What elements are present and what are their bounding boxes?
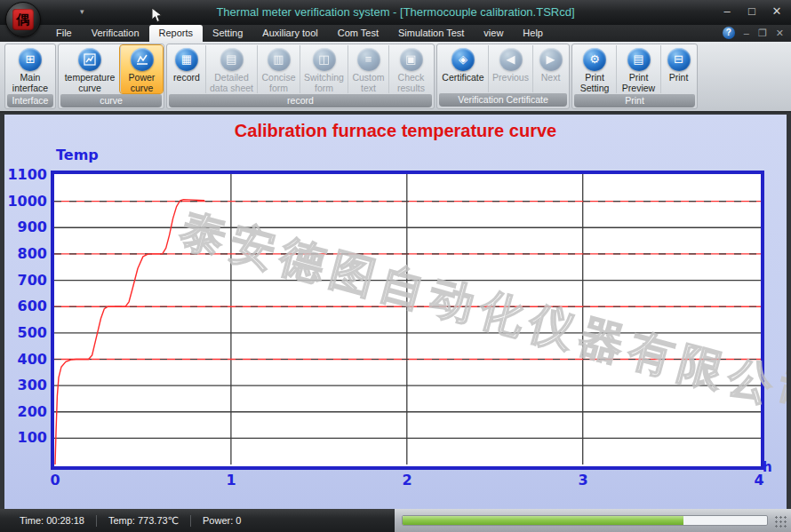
status-bar: Time: 00:28:18 Temp: 773.73℃ Power: 0 xyxy=(0,509,791,532)
check-results-icon: ▣ xyxy=(400,48,423,71)
mdi-restore-button[interactable]: ❐ xyxy=(758,27,767,39)
printer-icon: ⊟ xyxy=(667,48,691,71)
tab-com-test[interactable]: Com Test xyxy=(328,25,388,42)
tab-reports[interactable]: Reports xyxy=(149,25,204,42)
custom-text-icon: ≡ xyxy=(357,48,380,71)
power-curve-button[interactable]: Power curve xyxy=(120,45,163,93)
group-caption-verification-certificate: Verification Certificate xyxy=(439,93,567,107)
temperature-curve-icon xyxy=(78,48,101,71)
status-time: Time: 00:28:18 xyxy=(20,515,84,526)
print-preview-button[interactable]: ▤ Print Preview xyxy=(616,45,660,93)
next-icon: ▶ xyxy=(539,48,563,71)
y-tick-1000: 1000 xyxy=(4,193,47,210)
tab-verification[interactable]: Verification xyxy=(82,25,149,42)
y-tick-600: 600 xyxy=(4,298,47,315)
group-caption-print: Print xyxy=(574,94,695,107)
resize-grip-icon[interactable] xyxy=(775,516,787,528)
titlebar: 偶 ▾ Thermal meter verification system - … xyxy=(0,0,791,25)
y-tick-700: 700 xyxy=(4,272,47,290)
tab-view[interactable]: view xyxy=(474,25,513,42)
previous-icon: ◀ xyxy=(499,48,523,71)
check-results-button[interactable]: ▣ Check results xyxy=(388,45,433,93)
tab-file[interactable]: File xyxy=(46,25,82,42)
detailed-data-sheet-button[interactable]: ▤ Detailed data sheet xyxy=(205,45,257,93)
print-button[interactable]: ⊟ Print xyxy=(660,45,696,93)
temperature-plot xyxy=(4,115,787,509)
status-progress-panel xyxy=(395,509,791,532)
calendar-icon: ▦ xyxy=(175,48,198,71)
next-button[interactable]: ▶ Next xyxy=(532,45,568,92)
close-button[interactable]: ✕ xyxy=(770,4,784,18)
ribbon-group-interface: ⊞ Main interface Interface xyxy=(4,44,56,109)
plot-background xyxy=(54,174,761,466)
y-tick-500: 500 xyxy=(4,324,47,342)
gear-icon: ⚙ xyxy=(583,48,606,71)
status-fields: Time: 00:28:18 Temp: 773.73℃ Power: 0 xyxy=(0,509,395,532)
group-caption-curve: curve xyxy=(60,94,162,107)
y-tick-200: 200 xyxy=(4,403,47,421)
status-power: Power: 0 xyxy=(203,515,241,526)
previous-button[interactable]: ◀ Previous xyxy=(488,45,532,92)
main-interface-button[interactable]: ⊞ Main interface xyxy=(6,45,54,93)
x-tick-4: 4 xyxy=(739,472,779,488)
mdi-minimize-button[interactable]: – xyxy=(744,27,749,39)
mdi-close-button[interactable]: ✕ xyxy=(776,27,784,39)
y-tick-1100: 1100 xyxy=(4,166,47,184)
y-tick-400: 400 xyxy=(4,351,47,369)
chart-title: Calibration furnace temperature curve xyxy=(4,121,787,141)
y-axis-title: Temp xyxy=(56,147,99,163)
concise-form-icon: ▥ xyxy=(268,48,291,71)
tab-auxiliary-tool[interactable]: Auxiliary tool xyxy=(252,25,327,42)
progress-bar xyxy=(402,515,768,526)
app-logo-icon[interactable]: 偶 xyxy=(5,2,41,37)
x-tick-3: 3 xyxy=(563,472,603,488)
certificate-button[interactable]: ◈ Certificate xyxy=(438,45,488,92)
custom-text-button[interactable]: ≡ Custom text xyxy=(348,45,388,93)
y-tick-300: 300 xyxy=(4,377,47,394)
data-sheet-icon: ▤ xyxy=(220,48,244,71)
y-tick-800: 800 xyxy=(4,245,47,263)
print-setting-button[interactable]: ⚙ Print Setting xyxy=(573,45,616,93)
switching-form-button[interactable]: ◫ Switching form xyxy=(300,45,348,93)
status-temp: Temp: 773.73℃ xyxy=(108,515,179,527)
status-separator xyxy=(96,515,97,527)
windows-icon: ⊞ xyxy=(19,48,42,71)
x-tick-1: 1 xyxy=(212,472,251,488)
group-caption-record: record xyxy=(169,94,432,107)
window-title: Thermal meter verification system - [The… xyxy=(0,5,791,19)
app-logo-glyph: 偶 xyxy=(12,9,34,30)
menu-bar: File Verification Reports Setting Auxili… xyxy=(0,25,791,42)
record-button[interactable]: ▦ record xyxy=(168,45,205,93)
progress-fill xyxy=(403,516,683,525)
minimize-button[interactable]: – xyxy=(720,4,734,18)
switching-form-icon: ◫ xyxy=(313,48,336,71)
ribbon-group-record: ▦ record ▤ Detailed data sheet ▥ Concise… xyxy=(166,44,435,109)
temperature-curve-button[interactable]: temperature curve xyxy=(60,45,120,93)
x-tick-2: 2 xyxy=(388,472,427,488)
y-tick-900: 900 xyxy=(4,218,47,236)
ribbon-group-curve: temperature curve Power curve curve xyxy=(58,44,164,109)
group-caption-interface: Interface xyxy=(7,94,53,107)
ribbon-group-print: ⚙ Print Setting ▤ Print Preview ⊟ Print … xyxy=(571,44,698,109)
status-separator xyxy=(190,515,191,527)
app-window: 偶 ▾ Thermal meter verification system - … xyxy=(0,0,791,532)
certificate-icon: ◈ xyxy=(451,48,475,71)
chart-area: Calibration furnace temperature curve Te… xyxy=(4,115,787,509)
tab-setting[interactable]: Setting xyxy=(203,25,252,42)
power-curve-icon xyxy=(131,48,154,71)
ribbon: ⊞ Main interface Interface temperature c… xyxy=(0,42,791,113)
print-preview-icon: ▤ xyxy=(627,48,651,71)
help-icon[interactable]: ? xyxy=(723,27,735,39)
x-tick-0: 0 xyxy=(36,472,75,488)
y-tick-100: 100 xyxy=(4,429,47,447)
tab-simulation-test[interactable]: Simulation Test xyxy=(388,25,474,42)
maximize-button[interactable]: □ xyxy=(745,4,759,18)
tab-help[interactable]: Help xyxy=(513,25,553,42)
ribbon-group-verification-certificate: ◈ Certificate ◀ Previous ▶ Next Verifica… xyxy=(436,44,570,109)
concise-form-button[interactable]: ▥ Concise form xyxy=(257,45,300,93)
